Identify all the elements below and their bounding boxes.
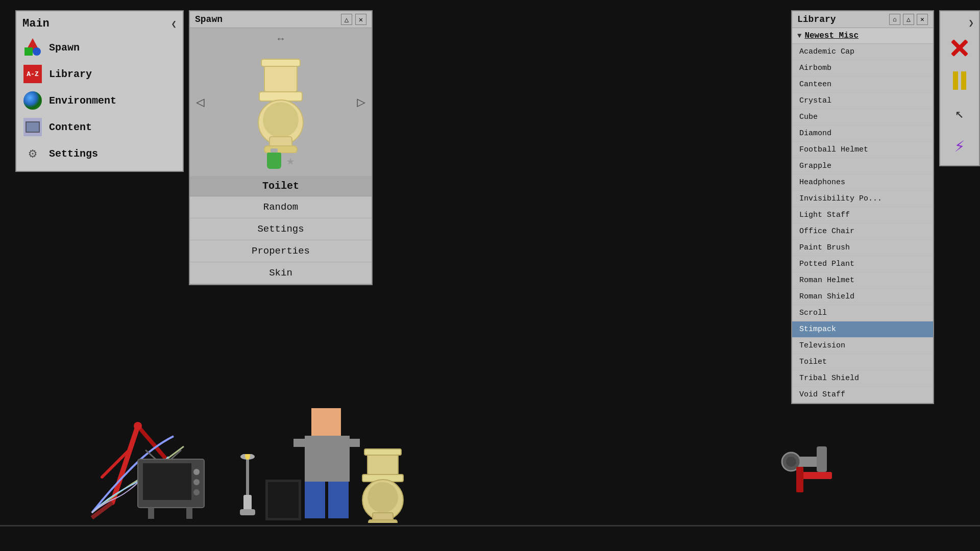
library-item-light-staff[interactable]: Light Staff [792, 207, 933, 223]
pause-bar-1 [953, 71, 958, 90]
svg-rect-21 [246, 454, 249, 495]
svg-rect-31 [350, 439, 360, 447]
sidebar-item-library-label: Library [49, 68, 92, 80]
library-close-btn[interactable]: ✕ [917, 14, 928, 25]
library-item-diamond[interactable]: Diamond [792, 126, 933, 142]
library-item-scroll[interactable]: Scroll [792, 305, 933, 321]
sidebar-item-environment[interactable]: Environment [16, 87, 183, 114]
spawn-close-btn[interactable]: ✕ [355, 14, 366, 25]
svg-rect-46 [796, 467, 803, 492]
lightning-icon: ⚡ [954, 135, 965, 157]
library-item-cube[interactable]: Cube [792, 109, 933, 126]
svg-rect-42 [817, 446, 827, 472]
library-item-crystal[interactable]: Crystal [792, 93, 933, 109]
cursor-icon: ↖ [955, 105, 964, 122]
svg-line-13 [171, 450, 181, 459]
library-item-academic-cap[interactable]: Academic Cap [792, 44, 933, 60]
main-panel-collapse-btn[interactable]: ❮ [171, 18, 177, 30]
toolbar-pause-btn[interactable] [946, 67, 973, 94]
right-toolbar: ❯ ↖ ⚡ [939, 10, 980, 166]
spawn-title-text: Spawn [195, 14, 223, 24]
sidebar-item-content[interactable]: Content [16, 114, 183, 140]
library-category-name: Newest Misc [804, 31, 859, 40]
library-list: Academic CapAirbombCanteenCrystalCubeDia… [792, 44, 933, 403]
spawn-minimize-btn[interactable]: △ [341, 14, 352, 25]
library-minimize-btn[interactable]: △ [903, 14, 914, 25]
toolbar-cursor-btn[interactable]: ↖ [946, 100, 973, 127]
environment-icon [23, 91, 42, 110]
svg-rect-1 [261, 59, 300, 66]
sidebar-item-environment-label: Environment [49, 95, 116, 107]
svg-rect-28 [311, 408, 341, 436]
library-home-btn[interactable]: ⌂ [889, 14, 900, 25]
svg-point-38 [368, 482, 398, 513]
library-item-grapple[interactable]: Grapple [792, 158, 933, 174]
sidebar-item-settings[interactable]: ⚙ Settings [16, 140, 183, 167]
pause-bar-2 [961, 71, 966, 90]
spawn-nav-left-btn[interactable]: ◁ [196, 93, 205, 111]
library-item-football-helmet[interactable]: Football Helmet [792, 142, 933, 158]
library-item-roman-shield[interactable]: Roman Shield [792, 289, 933, 305]
spawn-settings-btn[interactable]: Settings [190, 218, 372, 240]
main-panel: Main ❮ Spawn A-Z Library Environment Con… [15, 10, 184, 172]
spawn-item-preview [248, 51, 314, 153]
main-panel-titlebar: Main ❮ [16, 15, 183, 34]
scene-machinery [745, 446, 847, 525]
svg-rect-20 [186, 508, 192, 519]
right-toolbar-collapse-btn[interactable]: ❯ [966, 15, 976, 31]
library-list-wrapper: Academic CapAirbombCanteenCrystalCubeDia… [792, 44, 933, 403]
svg-rect-32 [305, 482, 325, 518]
library-item-paint-brush[interactable]: Paint Brush [792, 240, 933, 256]
library-category-row[interactable]: ▼ Newest Misc [792, 28, 933, 44]
sidebar-item-content-label: Content [49, 121, 92, 133]
svg-rect-6 [264, 146, 297, 153]
sidebar-item-spawn[interactable]: Spawn [16, 34, 183, 61]
spawn-potion-icon [267, 153, 281, 169]
svg-rect-15 [143, 463, 191, 500]
svg-point-44 [786, 457, 796, 467]
library-item-television[interactable]: Television [792, 338, 933, 354]
library-item-headphones[interactable]: Headphones [792, 174, 933, 191]
scene-television [135, 449, 212, 523]
spawn-properties-btn[interactable]: Properties [190, 240, 372, 262]
spawn-titlebar: Spawn △ ✕ [190, 11, 372, 28]
library-item-toilet[interactable]: Toilet [792, 354, 933, 370]
toolbar-lightning-btn[interactable]: ⚡ [946, 133, 973, 159]
svg-rect-29 [305, 436, 350, 482]
toolbar-close-btn[interactable] [946, 35, 973, 61]
library-item-airbomb[interactable]: Airbomb [792, 60, 933, 77]
svg-rect-23 [243, 495, 252, 510]
scene-stickman [293, 408, 360, 523]
library-item-tribal-shield[interactable]: Tribal Shield [792, 370, 933, 387]
library-item-stimpack[interactable]: Stimpack [792, 321, 933, 338]
library-titlebar: Library ⌂ △ ✕ [792, 11, 933, 28]
spawn-item-name: Toilet [190, 176, 372, 196]
library-item-void-staff[interactable]: Void Staff [792, 387, 933, 403]
spawn-random-btn[interactable]: Random [190, 196, 372, 218]
library-title-text: Library [797, 14, 836, 24]
library-item-invisibility-potion[interactable]: Invisibility Po... [792, 191, 933, 207]
svg-rect-35 [364, 449, 401, 455]
svg-point-17 [193, 479, 200, 485]
svg-point-16 [193, 469, 200, 475]
library-item-roman-helmet[interactable]: Roman Helmet [792, 272, 933, 289]
spawn-nav-right-btn[interactable]: ▷ [357, 93, 365, 111]
svg-rect-30 [293, 439, 305, 447]
svg-rect-19 [148, 508, 154, 519]
scene-lamp [235, 454, 260, 523]
library-item-office-chair[interactable]: Office Chair [792, 223, 933, 240]
svg-rect-24 [240, 509, 255, 515]
svg-point-18 [193, 489, 200, 495]
sidebar-item-library[interactable]: A-Z Library [16, 61, 183, 87]
content-icon [23, 118, 42, 136]
library-item-canteen[interactable]: Canteen [792, 77, 933, 93]
library-icon: A-Z [23, 65, 42, 83]
spawn-preview: ↔ ◁ ▷ ★ [190, 28, 372, 176]
library-item-potted-plant[interactable]: Potted Plant [792, 256, 933, 272]
x-icon [948, 36, 971, 60]
svg-rect-40 [369, 520, 397, 523]
spawn-skin-btn[interactable]: Skin [190, 262, 372, 284]
pause-icon [953, 71, 966, 90]
scene-toilet-object [357, 446, 408, 525]
main-panel-title-text: Main [22, 17, 50, 30]
